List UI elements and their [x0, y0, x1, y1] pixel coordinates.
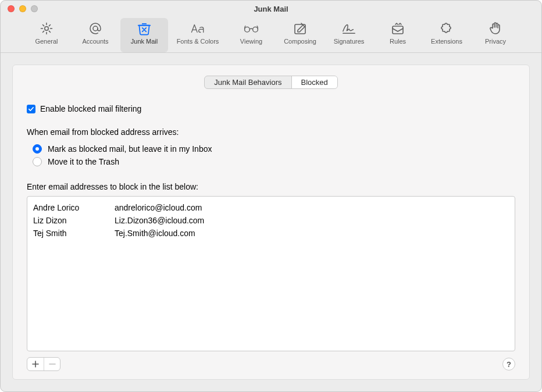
- compose-icon: [293, 20, 307, 37]
- svg-point-0: [45, 27, 48, 30]
- svg-point-3: [253, 27, 258, 32]
- block-list-label: Enter email addresses to block in the li…: [27, 182, 515, 191]
- preferences-toolbar: General Accounts Junk Mail Fonts & Color…: [1, 17, 541, 53]
- tab-junk-mail[interactable]: Junk Mail: [120, 18, 168, 52]
- tab-composing[interactable]: Composing: [276, 18, 324, 52]
- tab-label: Viewing: [240, 38, 262, 45]
- blocked-name: Andre Lorico: [33, 201, 115, 214]
- segment-junk-behaviors[interactable]: Junk Mail Behaviors: [205, 76, 291, 88]
- tab-label: Signatures: [334, 38, 365, 45]
- list-item[interactable]: Tej Smith Tej.Smith@icloud.com: [33, 227, 509, 240]
- blocked-email: Tej.Smith@icloud.com: [115, 227, 509, 240]
- radio-leave-in-inbox-row[interactable]: Mark as blocked mail, but leave it in my…: [33, 144, 515, 154]
- list-item[interactable]: Andre Lorico andrelorico@icloud.com: [33, 201, 509, 214]
- tab-viewing[interactable]: Viewing: [227, 18, 275, 52]
- radio-move-to-trash-label: Move it to the Trash: [48, 157, 119, 166]
- tab-label: Rules: [390, 38, 406, 45]
- list-item[interactable]: Liz Dizon Liz.Dizon36@icloud.com: [33, 214, 509, 227]
- tab-signatures[interactable]: Signatures: [325, 18, 373, 52]
- preferences-window: Junk Mail General Accounts Junk Mail F: [0, 0, 542, 392]
- enable-blocked-filtering-checkbox[interactable]: [27, 105, 35, 113]
- window-title: Junk Mail: [1, 5, 541, 13]
- tab-extensions[interactable]: Extensions: [423, 18, 470, 52]
- tab-rules[interactable]: Rules: [374, 18, 422, 52]
- minimize-window-button[interactable]: [19, 5, 26, 12]
- tab-accounts[interactable]: Accounts: [72, 18, 119, 52]
- tab-label: Composing: [284, 38, 316, 45]
- add-remove-control: [27, 357, 60, 371]
- remove-button[interactable]: [44, 358, 60, 370]
- tab-label: General: [35, 38, 58, 45]
- window-controls: [8, 5, 38, 12]
- blocked-email: Liz.Dizon36@icloud.com: [115, 214, 509, 227]
- puzzle-icon: [440, 20, 454, 37]
- blocked-addresses-list[interactable]: Andre Lorico andrelorico@icloud.com Liz …: [27, 196, 515, 351]
- tab-fonts-colors[interactable]: Fonts & Colors: [169, 18, 226, 52]
- hand-icon: [489, 20, 502, 37]
- radio-move-to-trash-row[interactable]: Move it to the Trash: [33, 157, 515, 166]
- tab-label: Accounts: [82, 38, 108, 45]
- svg-point-1: [93, 26, 98, 31]
- close-window-button[interactable]: [8, 5, 15, 12]
- radio-leave-in-inbox-label: Mark as blocked mail, but leave it in my…: [48, 144, 212, 154]
- zoom-window-button[interactable]: [31, 5, 38, 12]
- fonts-icon: [190, 20, 205, 37]
- tab-label: Fonts & Colors: [177, 38, 219, 45]
- junk-mail-icon: [137, 20, 152, 37]
- at-sign-icon: [88, 20, 102, 37]
- blocked-email: andrelorico@icloud.com: [115, 201, 509, 214]
- content-area: Junk Mail Behaviors Blocked Enable block…: [1, 53, 541, 391]
- settings-panel: Junk Mail Behaviors Blocked Enable block…: [12, 65, 530, 380]
- add-button[interactable]: [27, 358, 44, 370]
- glasses-icon: [243, 20, 259, 37]
- gear-icon: [40, 20, 54, 37]
- tab-label: Privacy: [485, 38, 506, 45]
- radio-move-to-trash[interactable]: [33, 157, 42, 166]
- enable-blocked-filtering-label: Enable blocked mail filtering: [40, 104, 141, 113]
- titlebar: Junk Mail: [1, 1, 541, 17]
- blocked-name: Tej Smith: [33, 227, 115, 240]
- enable-blocked-filtering-row[interactable]: Enable blocked mail filtering: [27, 104, 515, 113]
- tab-general[interactable]: General: [23, 18, 70, 52]
- svg-point-2: [245, 27, 250, 32]
- help-button[interactable]: ?: [502, 358, 515, 370]
- arrives-section-label: When email from blocked address arrives:: [27, 127, 515, 137]
- tab-label: Junk Mail: [131, 38, 158, 45]
- blocked-name: Liz Dizon: [33, 214, 115, 227]
- signature-icon: [341, 20, 356, 37]
- subtab-segmented-control: Junk Mail Behaviors Blocked: [204, 76, 338, 89]
- panel-footer: ?: [27, 357, 515, 371]
- svg-rect-5: [393, 26, 403, 34]
- tab-label: Extensions: [431, 38, 462, 45]
- rules-icon: [391, 20, 405, 37]
- radio-leave-in-inbox[interactable]: [33, 144, 42, 154]
- tab-privacy[interactable]: Privacy: [472, 18, 519, 52]
- segment-blocked[interactable]: Blocked: [291, 76, 337, 88]
